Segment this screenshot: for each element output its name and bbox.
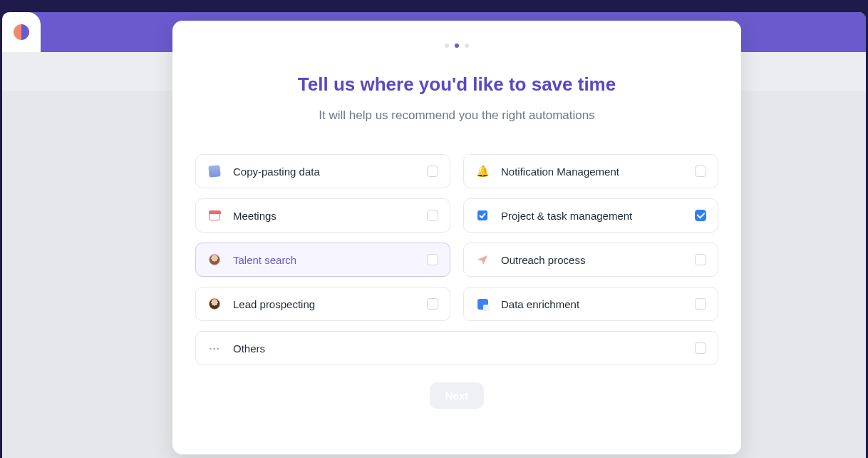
option-label: Outreach process xyxy=(501,254,695,266)
note-icon xyxy=(207,164,222,178)
option-talent-search[interactable]: Talent search xyxy=(195,243,450,277)
avatar-icon xyxy=(207,297,222,311)
next-button[interactable]: Next xyxy=(430,382,485,409)
tile-icon xyxy=(475,297,490,311)
footer-actions: Next xyxy=(195,382,718,409)
option-notification[interactable]: 🔔 Notification Management xyxy=(463,154,718,188)
svg-rect-0 xyxy=(477,210,487,220)
calendar-icon xyxy=(207,208,222,223)
options-grid: Copy-pasting data 🔔 Notification Managem… xyxy=(195,154,718,365)
option-lead-prospecting[interactable]: Lead prospecting xyxy=(195,287,450,321)
paper-plane-icon xyxy=(475,253,490,267)
option-checkbox[interactable] xyxy=(695,298,706,310)
bell-icon: 🔔 xyxy=(475,164,490,178)
option-label: Data enrichment xyxy=(501,298,695,310)
step-dot-1 xyxy=(445,44,449,48)
option-data-enrichment[interactable]: Data enrichment xyxy=(463,287,718,321)
page-title: Tell us where you'd like to save time xyxy=(195,73,718,96)
more-icon: ··· xyxy=(207,341,222,355)
option-label: Meetings xyxy=(233,210,427,222)
option-checkbox[interactable] xyxy=(695,342,706,354)
option-label: Talent search xyxy=(233,254,427,266)
option-label: Project & task management xyxy=(501,210,695,222)
step-dot-2 xyxy=(455,44,459,48)
option-checkbox[interactable] xyxy=(695,166,706,177)
option-checkbox[interactable] xyxy=(427,254,438,265)
option-checkbox[interactable] xyxy=(695,254,706,265)
option-label: Copy-pasting data xyxy=(233,166,427,178)
checkbox-icon xyxy=(475,208,490,223)
option-checkbox[interactable] xyxy=(695,210,706,221)
step-dot-3 xyxy=(465,44,469,48)
option-checkbox[interactable] xyxy=(427,210,438,221)
app-background: Tell us where you'd like to save time It… xyxy=(2,12,866,458)
option-checkbox[interactable] xyxy=(427,166,438,177)
stepper xyxy=(195,21,718,48)
option-label: Notification Management xyxy=(501,166,695,178)
option-outreach[interactable]: Outreach process xyxy=(463,243,718,277)
option-label: Others xyxy=(233,342,695,355)
option-others[interactable]: ··· Others xyxy=(195,331,718,365)
avatar-icon xyxy=(207,253,222,267)
app-tab[interactable] xyxy=(2,12,41,52)
option-checkbox[interactable] xyxy=(427,298,438,310)
option-copy-pasting[interactable]: Copy-pasting data xyxy=(195,154,450,188)
option-meetings[interactable]: Meetings xyxy=(195,198,450,233)
page-subtitle: It will help us recommend you the right … xyxy=(195,108,718,123)
onboarding-modal: Tell us where you'd like to save time It… xyxy=(172,21,741,454)
option-label: Lead prospecting xyxy=(233,298,427,310)
app-logo-icon xyxy=(14,24,29,40)
option-project-task[interactable]: Project & task management xyxy=(463,198,718,233)
